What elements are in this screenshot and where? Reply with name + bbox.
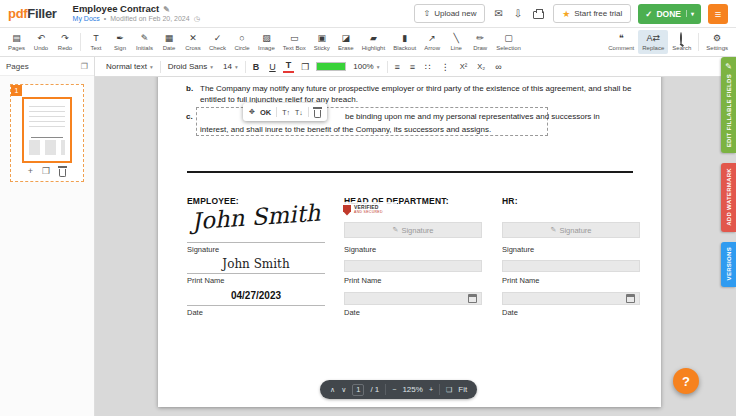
add-watermark-tab[interactable]: ADD WATERMARK — [721, 163, 736, 232]
tool-settings[interactable]: ⚙Settings — [702, 28, 732, 56]
tool-textbox[interactable]: ▭Text Box — [279, 28, 310, 56]
delete-page-icon[interactable] — [59, 169, 66, 177]
clause-c-line2: interest, and shall inure to the benefit… — [200, 124, 491, 135]
page-number-badge: 1 — [11, 85, 22, 96]
document-page: b. The Company may notify any future or … — [158, 77, 661, 407]
tool-text[interactable]: TText — [84, 28, 108, 56]
highlight-color-swatch[interactable] — [316, 62, 346, 71]
bullet-list-button[interactable]: ∷ — [422, 61, 434, 73]
hr-date-field[interactable] — [502, 292, 640, 305]
ok-button[interactable]: OK — [260, 108, 271, 117]
modified-date: Modified on Feb 20, 2024 — [110, 15, 189, 23]
hr-print-name-field[interactable] — [502, 260, 640, 272]
font-family-select[interactable]: Droid Sans▾ — [165, 60, 216, 73]
tool-erase[interactable]: ◪Erase — [334, 28, 358, 56]
align-center-button[interactable]: ≡ — [407, 61, 418, 73]
font-size-select[interactable]: 14▾ — [220, 60, 241, 73]
move-icon[interactable]: ✥ — [249, 108, 255, 116]
tool-redo[interactable]: ↷Redo — [53, 28, 77, 56]
underline-button[interactable]: U — [266, 61, 279, 73]
tool-image[interactable]: ▨Image — [254, 28, 279, 56]
pdffiller-logo[interactable]: pdfFiller — [8, 6, 57, 21]
upload-icon: ⇧ — [423, 9, 430, 18]
page-down-icon[interactable]: ∨ — [341, 386, 346, 394]
upload-new-label: Upload new — [434, 9, 476, 18]
page-up-icon[interactable]: ∧ — [330, 386, 335, 394]
tool-initials[interactable]: ✎Initials — [132, 28, 157, 56]
tool-sign[interactable]: ✒Sign — [108, 28, 132, 56]
tool-comment[interactable]: ❝Comment — [604, 28, 638, 56]
toolbar-separator — [698, 33, 699, 51]
replace-icon: A⇄ — [647, 33, 661, 44]
employee-print-name-value[interactable]: John Smith — [187, 257, 325, 271]
head-of-department-column: HEAD OF DEPARTMENT: VERIFIEDAND SECURED … — [344, 196, 482, 331]
download-button[interactable]: ⇩ — [512, 8, 524, 19]
hod-signature-field[interactable]: ✎ Signature — [344, 222, 482, 238]
page-number-input[interactable]: 1 — [352, 384, 364, 396]
versions-tab[interactable]: VERSIONS — [721, 242, 736, 286]
done-button[interactable]: ✓ DONE ▾ — [638, 4, 701, 24]
tool-selection[interactable]: ▢Selection — [492, 28, 525, 56]
hr-signature-field[interactable]: ✎ Signature — [502, 222, 640, 238]
superscript-button[interactable]: X² — [457, 61, 471, 72]
document-info: Employee Contract ✎ My Docs • Modified o… — [73, 4, 200, 23]
help-button[interactable]: ? — [673, 368, 699, 394]
tool-highlight[interactable]: ▰Highlight — [358, 28, 389, 56]
thumbnail-divider — [31, 137, 63, 138]
zoom-out-icon[interactable]: − — [392, 386, 396, 393]
page-options-icon[interactable]: ❐ — [81, 62, 88, 71]
hod-print-name-field[interactable] — [344, 260, 482, 272]
add-page-icon[interactable]: + — [28, 166, 33, 176]
copy-format-button[interactable]: ❐ — [298, 61, 312, 73]
tool-arrow[interactable]: ↗Arrow — [420, 28, 444, 56]
print-name-label: Print Name — [502, 276, 540, 285]
tool-circle[interactable]: ○Circle — [230, 28, 254, 56]
duplicate-page-icon[interactable]: ❐ — [42, 166, 50, 176]
tool-replace[interactable]: A⇄Replace — [638, 30, 668, 54]
edit-fillable-fields-tab[interactable]: ✎ EDIT FILLABLE FIELDS — [721, 57, 736, 153]
zoom-select[interactable]: 100%▾ — [350, 60, 382, 73]
tool-draw[interactable]: ✏Draw — [468, 28, 492, 56]
upload-new-button[interactable]: ⇧ Upload new — [414, 4, 485, 23]
tool-pages[interactable]: ▤Pages — [4, 28, 29, 56]
chevron-down-icon: ▾ — [210, 64, 213, 70]
tool-line[interactable]: ╲Line — [444, 28, 468, 56]
tool-blackout[interactable]: ▮Blackout — [389, 28, 420, 56]
numbered-list-button[interactable]: ⋮ — [438, 61, 453, 73]
tool-cross[interactable]: ✕Cross — [181, 28, 205, 56]
employee-date-value[interactable]: 04/27/2023 — [187, 290, 325, 301]
subscript-button[interactable]: X₂ — [474, 61, 488, 72]
menu-button[interactable]: ≡ — [708, 4, 728, 24]
bold-button[interactable]: B — [250, 61, 263, 73]
page-thumbnail[interactable] — [22, 97, 72, 163]
zoom-level[interactable]: 125% — [402, 385, 422, 394]
separator-dot: • — [104, 15, 106, 23]
fit-label[interactable]: Fit — [458, 385, 467, 394]
star-icon: ★ — [562, 9, 570, 19]
pages-panel: Pages ❐ 1 + ❐ — [0, 57, 95, 416]
tool-check[interactable]: ✓Check — [205, 28, 230, 56]
font-increase-icon[interactable]: T↑ — [282, 109, 290, 116]
edit-title-icon[interactable]: ✎ — [163, 5, 170, 14]
tool-sticky[interactable]: ▣Sticky — [310, 28, 334, 56]
zoom-in-icon[interactable]: + — [429, 386, 433, 393]
redo-icon: ↷ — [61, 33, 69, 44]
link-button[interactable]: ∞ — [492, 61, 504, 73]
tool-search[interactable]: Search — [668, 28, 695, 56]
print-button[interactable] — [531, 8, 546, 19]
align-left-button[interactable]: ≡ — [392, 61, 403, 73]
breadcrumb-my-docs[interactable]: My Docs — [73, 15, 100, 23]
tool-undo[interactable]: ↶Undo — [29, 28, 53, 56]
hr-title: HR: — [502, 196, 518, 206]
delete-icon[interactable] — [314, 110, 321, 118]
signature-label: Signature — [187, 245, 219, 254]
message-button[interactable]: ✉ — [492, 8, 504, 19]
paragraph-style-select[interactable]: Normal text▾ — [103, 60, 156, 73]
hod-date-field[interactable] — [344, 292, 482, 305]
tool-date[interactable]: ▦Date — [157, 28, 181, 56]
font-decrease-icon[interactable]: T↓ — [295, 109, 303, 116]
text-color-button[interactable]: T — [283, 60, 295, 73]
start-free-trial-button[interactable]: ★ Start free trial — [553, 4, 631, 23]
toolbar-separator — [80, 33, 81, 51]
fit-icon[interactable]: ❏ — [446, 386, 452, 394]
